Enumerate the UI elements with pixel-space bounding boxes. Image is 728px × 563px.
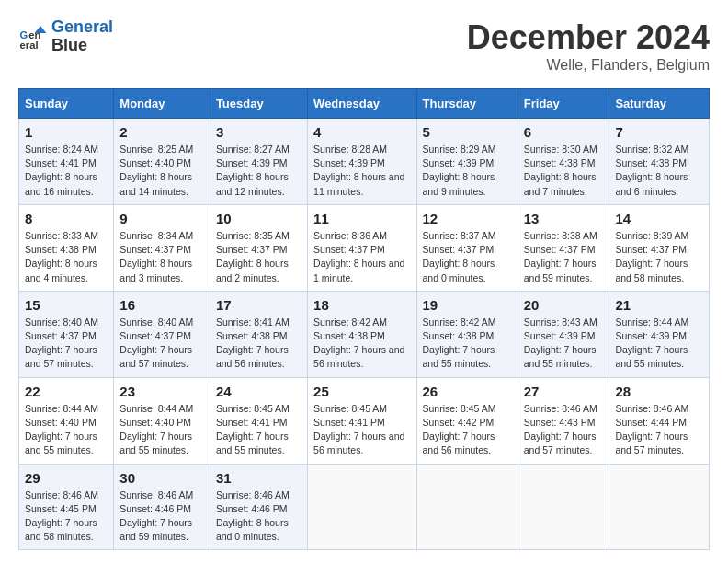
day-info: Sunrise: 8:45 AM Sunset: 4:42 PM Dayligh…: [423, 402, 512, 458]
header-friday: Friday: [518, 89, 609, 119]
day-number: 16: [119, 297, 204, 313]
day-info: Sunrise: 8:45 AM Sunset: 4:41 PM Dayligh…: [313, 402, 410, 458]
day-info: Sunrise: 8:34 AM Sunset: 4:37 PM Dayligh…: [119, 229, 204, 285]
calendar-cell: 21 Sunrise: 8:44 AM Sunset: 4:39 PM Dayl…: [609, 291, 710, 377]
calendar-cell: [518, 464, 609, 550]
calendar-cell: 7 Sunrise: 8:32 AM Sunset: 4:38 PM Dayli…: [609, 119, 710, 205]
calendar-cell: 3 Sunrise: 8:27 AM Sunset: 4:39 PM Dayli…: [210, 119, 307, 205]
day-number: 7: [615, 124, 703, 140]
day-number: 14: [615, 211, 703, 226]
logo-icon: G en eral: [18, 22, 48, 52]
day-info: Sunrise: 8:45 AM Sunset: 4:41 PM Dayligh…: [216, 402, 301, 458]
day-number: 26: [423, 384, 512, 399]
calendar-cell: 12 Sunrise: 8:37 AM Sunset: 4:37 PM Dayl…: [416, 204, 518, 291]
calendar-table: SundayMondayTuesdayWednesdayThursdayFrid…: [18, 88, 710, 550]
day-info: Sunrise: 8:39 AM Sunset: 4:37 PM Dayligh…: [615, 229, 703, 285]
calendar-week-row: 29 Sunrise: 8:46 AM Sunset: 4:45 PM Dayl…: [19, 464, 710, 550]
day-number: 11: [313, 211, 410, 226]
header-saturday: Saturday: [609, 89, 710, 119]
calendar-cell: 24 Sunrise: 8:45 AM Sunset: 4:41 PM Dayl…: [210, 377, 307, 464]
day-info: Sunrise: 8:46 AM Sunset: 4:45 PM Dayligh…: [25, 488, 108, 545]
day-number: 31: [216, 470, 301, 486]
calendar-cell: 5 Sunrise: 8:29 AM Sunset: 4:39 PM Dayli…: [416, 119, 518, 205]
day-info: Sunrise: 8:42 AM Sunset: 4:38 PM Dayligh…: [423, 316, 512, 372]
calendar-cell: 6 Sunrise: 8:30 AM Sunset: 4:38 PM Dayli…: [518, 119, 609, 205]
calendar-week-row: 22 Sunrise: 8:44 AM Sunset: 4:40 PM Dayl…: [19, 377, 710, 464]
day-info: Sunrise: 8:38 AM Sunset: 4:37 PM Dayligh…: [524, 229, 604, 285]
day-number: 29: [25, 470, 108, 486]
day-number: 21: [615, 297, 703, 313]
day-info: Sunrise: 8:44 AM Sunset: 4:39 PM Dayligh…: [615, 316, 703, 372]
day-info: Sunrise: 8:27 AM Sunset: 4:39 PM Dayligh…: [216, 143, 301, 199]
day-number: 15: [25, 297, 108, 313]
calendar-cell: 20 Sunrise: 8:43 AM Sunset: 4:39 PM Dayl…: [518, 291, 609, 377]
day-number: 27: [524, 384, 604, 399]
day-number: 25: [313, 384, 410, 399]
calendar-header-row: SundayMondayTuesdayWednesdayThursdayFrid…: [19, 89, 710, 119]
day-info: Sunrise: 8:36 AM Sunset: 4:37 PM Dayligh…: [313, 229, 410, 285]
calendar-cell: 9 Sunrise: 8:34 AM Sunset: 4:37 PM Dayli…: [114, 204, 210, 291]
day-number: 8: [25, 211, 108, 226]
day-info: Sunrise: 8:33 AM Sunset: 4:38 PM Dayligh…: [25, 229, 108, 285]
day-info: Sunrise: 8:46 AM Sunset: 4:46 PM Dayligh…: [119, 488, 204, 545]
header-wednesday: Wednesday: [308, 89, 416, 119]
day-number: 23: [119, 384, 204, 399]
page-header: G en eral General Blue December 2024 Wel…: [18, 18, 710, 74]
day-info: Sunrise: 8:46 AM Sunset: 4:43 PM Dayligh…: [524, 402, 604, 458]
day-number: 10: [216, 211, 301, 226]
day-number: 30: [119, 470, 204, 486]
day-number: 9: [119, 211, 204, 226]
calendar-cell: 27 Sunrise: 8:46 AM Sunset: 4:43 PM Dayl…: [518, 377, 609, 464]
month-title: December 2024: [467, 18, 710, 57]
day-number: 13: [524, 211, 604, 226]
day-number: 1: [25, 124, 108, 140]
calendar-cell: 29 Sunrise: 8:46 AM Sunset: 4:45 PM Dayl…: [19, 464, 114, 550]
day-info: Sunrise: 8:44 AM Sunset: 4:40 PM Dayligh…: [25, 402, 108, 458]
calendar-week-row: 1 Sunrise: 8:24 AM Sunset: 4:41 PM Dayli…: [19, 119, 710, 205]
calendar-cell: [609, 464, 710, 550]
day-number: 17: [216, 297, 301, 313]
calendar-cell: 28 Sunrise: 8:46 AM Sunset: 4:44 PM Dayl…: [609, 377, 710, 464]
calendar-cell: 4 Sunrise: 8:28 AM Sunset: 4:39 PM Dayli…: [308, 119, 416, 205]
day-info: Sunrise: 8:42 AM Sunset: 4:38 PM Dayligh…: [313, 316, 410, 372]
calendar-cell: 8 Sunrise: 8:33 AM Sunset: 4:38 PM Dayli…: [19, 204, 114, 291]
logo: G en eral General Blue: [18, 18, 113, 55]
day-info: Sunrise: 8:46 AM Sunset: 4:44 PM Dayligh…: [615, 402, 703, 458]
day-number: 5: [423, 124, 512, 140]
day-number: 6: [524, 124, 604, 140]
day-number: 28: [615, 384, 703, 399]
day-number: 20: [524, 297, 604, 313]
day-info: Sunrise: 8:24 AM Sunset: 4:41 PM Dayligh…: [25, 143, 108, 199]
calendar-cell: 11 Sunrise: 8:36 AM Sunset: 4:37 PM Dayl…: [308, 204, 416, 291]
calendar-cell: 18 Sunrise: 8:42 AM Sunset: 4:38 PM Dayl…: [308, 291, 416, 377]
day-number: 19: [423, 297, 512, 313]
calendar-cell: 31 Sunrise: 8:46 AM Sunset: 4:46 PM Dayl…: [210, 464, 307, 550]
day-info: Sunrise: 8:43 AM Sunset: 4:39 PM Dayligh…: [524, 316, 604, 372]
day-number: 3: [216, 124, 301, 140]
calendar-cell: 13 Sunrise: 8:38 AM Sunset: 4:37 PM Dayl…: [518, 204, 609, 291]
header-tuesday: Tuesday: [210, 89, 307, 119]
calendar-week-row: 8 Sunrise: 8:33 AM Sunset: 4:38 PM Dayli…: [19, 204, 710, 291]
calendar-cell: [308, 464, 416, 550]
calendar-cell: 30 Sunrise: 8:46 AM Sunset: 4:46 PM Dayl…: [114, 464, 210, 550]
day-number: 24: [216, 384, 301, 399]
calendar-cell: 14 Sunrise: 8:39 AM Sunset: 4:37 PM Dayl…: [609, 204, 710, 291]
day-info: Sunrise: 8:40 AM Sunset: 4:37 PM Dayligh…: [119, 316, 204, 372]
day-number: 4: [313, 124, 410, 140]
day-info: Sunrise: 8:46 AM Sunset: 4:46 PM Dayligh…: [216, 488, 301, 545]
title-block: December 2024 Welle, Flanders, Belgium: [467, 18, 710, 74]
calendar-cell: 10 Sunrise: 8:35 AM Sunset: 4:37 PM Dayl…: [210, 204, 307, 291]
calendar-cell: [416, 464, 518, 550]
day-info: Sunrise: 8:40 AM Sunset: 4:37 PM Dayligh…: [25, 316, 108, 372]
logo-text-blue: Blue: [51, 36, 87, 54]
day-info: Sunrise: 8:37 AM Sunset: 4:37 PM Dayligh…: [423, 229, 512, 285]
calendar-cell: 26 Sunrise: 8:45 AM Sunset: 4:42 PM Dayl…: [416, 377, 518, 464]
day-info: Sunrise: 8:28 AM Sunset: 4:39 PM Dayligh…: [313, 143, 410, 199]
logo-text-general: General: [51, 17, 113, 36]
day-info: Sunrise: 8:44 AM Sunset: 4:40 PM Dayligh…: [119, 402, 204, 458]
location-subtitle: Welle, Flanders, Belgium: [467, 57, 710, 74]
calendar-cell: 2 Sunrise: 8:25 AM Sunset: 4:40 PM Dayli…: [114, 119, 210, 205]
day-info: Sunrise: 8:41 AM Sunset: 4:38 PM Dayligh…: [216, 316, 301, 372]
calendar-cell: 23 Sunrise: 8:44 AM Sunset: 4:40 PM Dayl…: [114, 377, 210, 464]
day-number: 12: [423, 211, 512, 226]
